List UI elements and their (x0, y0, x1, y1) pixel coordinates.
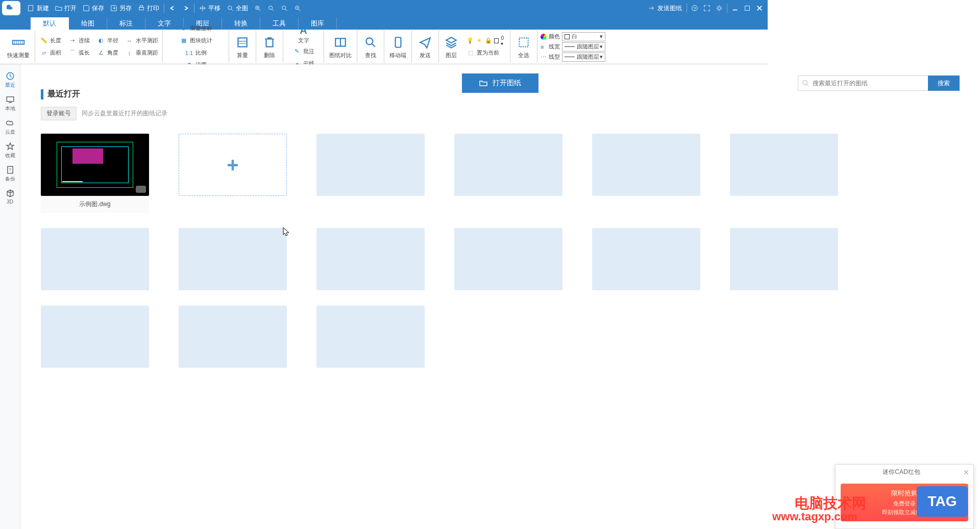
help-button[interactable]: ? (689, 3, 700, 14)
undo-button[interactable] (166, 0, 179, 16)
delete-button[interactable]: 删除 (259, 33, 280, 60)
sidebar-item-local[interactable]: 本地 (0, 92, 20, 115)
empty-slot (316, 228, 425, 290)
measure-angle[interactable]: ∠角度 (96, 47, 119, 59)
annotate-button[interactable]: ✎批注 (292, 45, 315, 57)
sidebar-item-recent[interactable]: 最近 (0, 68, 20, 92)
layer-button[interactable]: 图层 (441, 33, 461, 60)
maximize-button[interactable] (742, 3, 753, 14)
measure-vdist[interactable]: ↕垂直测距 (125, 47, 159, 59)
svg-rect-14 (238, 38, 247, 46)
measure-arc[interactable]: ⌒弧长 (67, 47, 91, 59)
left-sidebar: 最近 本地 云盘 收藏 备份 3D (0, 64, 20, 414)
zoom-fit-button[interactable] (278, 0, 291, 16)
sidebar-item-backup[interactable]: 备份 (0, 162, 20, 186)
open-file-button[interactable]: 打开 (52, 0, 80, 16)
empty-slot (454, 228, 562, 290)
tab-convert[interactable]: 转换 (222, 17, 260, 30)
svg-point-11 (718, 7, 720, 9)
find-button[interactable]: 查找 (360, 33, 381, 60)
sidebar-item-3d[interactable]: 3D (0, 186, 20, 208)
prop-linetype[interactable]: ⋯线型跟随图层▾ (541, 52, 605, 62)
svg-rect-1 (29, 6, 33, 11)
measure-continuous[interactable]: ⇢连续 (67, 35, 91, 46)
empty-slot (316, 306, 425, 368)
title-bar: ∞ 新建 打开 保存 另存 打印 平移 全图 发送图纸 ? (0, 0, 768, 16)
sidebar-item-cloud[interactable]: 云盘 (0, 115, 20, 139)
main-content: 打开图纸 搜索 最近打开 登录账号 同步云盘里最近打开的图纸记录 示例图.dwg… (20, 64, 768, 414)
save-button[interactable]: 保存 (80, 0, 107, 16)
svg-point-16 (366, 38, 373, 44)
zoom-out-button[interactable] (291, 0, 304, 16)
layer-states[interactable]: 💡☀🔒0 ▾ (465, 35, 508, 46)
empty-slot (730, 228, 768, 290)
svg-text:∞: ∞ (9, 6, 12, 9)
svg-text:?: ? (693, 6, 696, 11)
close-button[interactable] (754, 3, 765, 14)
plus-icon: + (227, 154, 238, 177)
svg-rect-2 (139, 7, 144, 10)
measure-ratio[interactable]: 1:1比例 (184, 47, 208, 59)
prop-color[interactable]: 颜色白▾ (541, 32, 605, 42)
add-file-card[interactable]: + (179, 134, 287, 213)
tab-annotate[interactable]: 标注 (107, 17, 145, 30)
zoom-window-button[interactable] (264, 0, 278, 16)
ribbon: 快速测量 📏长度 ▱面积 ⇢连续 ⌒弧长 ◐半径 ∠角度 ↔水平测距 ↕垂直测距 (0, 30, 768, 64)
new-file-button[interactable]: 新建 (24, 0, 52, 16)
svg-point-7 (282, 6, 286, 10)
empty-slot (179, 228, 287, 290)
fullscreen-button[interactable] (701, 3, 713, 14)
print-button[interactable]: 打印 (135, 0, 162, 16)
sidebar-item-favorite[interactable]: 收藏 (0, 139, 20, 162)
set-current-button[interactable]: ⬚置为当前 (465, 47, 508, 59)
block-stat[interactable]: ▦图块统计 (179, 35, 213, 46)
measure-radius[interactable]: ◐半径 (96, 35, 119, 46)
measure-area[interactable]: ▱面积 (39, 47, 62, 59)
empty-slot (316, 134, 425, 213)
calc-button[interactable]: 算量 (232, 33, 253, 60)
svg-rect-18 (519, 38, 528, 46)
quick-measure-button[interactable]: 快速测量 (5, 33, 32, 60)
mobile-button[interactable]: 移动端 (387, 33, 408, 60)
zoom-extents-button[interactable]: 全图 (224, 0, 251, 16)
tab-default[interactable]: 默认 (31, 17, 69, 30)
select-all-button[interactable]: 全选 (513, 33, 534, 60)
compare-button[interactable]: 图纸对比 (327, 33, 354, 60)
svg-point-6 (269, 6, 273, 10)
send-button[interactable]: 发送 (415, 33, 435, 60)
measure-length[interactable]: 📏长度 (39, 35, 62, 46)
redo-button[interactable] (179, 0, 192, 16)
measure-coord[interactable]: ⊕测量坐标 (179, 23, 213, 34)
empty-slot (592, 134, 700, 213)
open-drawing-button[interactable]: 打开图纸 (462, 73, 538, 93)
login-button[interactable]: 登录账号 (41, 107, 77, 120)
prop-lineweight[interactable]: ≡线宽跟随图层▾ (541, 42, 605, 52)
empty-slot (41, 228, 149, 290)
text-button[interactable]: A文字 (298, 24, 309, 44)
empty-slot (730, 134, 768, 213)
save-as-button[interactable]: 另存 (107, 0, 135, 16)
empty-slot (592, 228, 700, 290)
svg-rect-12 (745, 6, 750, 11)
pan-button[interactable]: 平移 (196, 0, 224, 16)
recent-file-card[interactable]: 示例图.dwg (41, 134, 149, 213)
svg-rect-3 (140, 6, 142, 8)
zoom-in-button[interactable] (251, 0, 264, 16)
svg-point-4 (228, 6, 232, 10)
recent-grid: 示例图.dwg + (41, 134, 768, 368)
tab-tools[interactable]: 工具 (260, 17, 299, 30)
settings-button[interactable] (714, 3, 725, 14)
section-title: 最近打开 (41, 89, 768, 99)
send-drawing-button[interactable]: 发送图纸 (645, 0, 685, 16)
file-name: 示例图.dwg (41, 196, 149, 213)
empty-slot (454, 134, 562, 213)
folder-open-icon (479, 79, 487, 87)
login-hint: 同步云盘里最近打开的图纸记录 (82, 109, 167, 118)
empty-slot (41, 306, 149, 368)
file-thumbnail (41, 134, 149, 196)
minimize-button[interactable] (729, 3, 741, 14)
menu-tabs: 默认 绘图 标注 文字 图层 转换 工具 图库 (0, 16, 768, 30)
tab-draw[interactable]: 绘图 (69, 17, 107, 30)
measure-hdist[interactable]: ↔水平测距 (125, 35, 159, 46)
svg-rect-20 (7, 97, 14, 102)
